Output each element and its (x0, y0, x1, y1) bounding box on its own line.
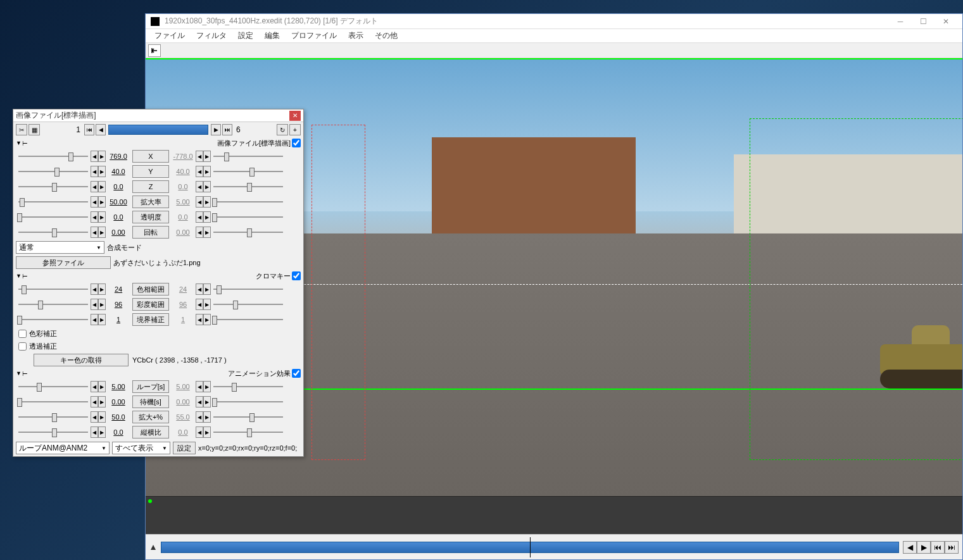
next-frame-button[interactable]: ▶ (917, 541, 931, 554)
slider-z-left[interactable] (16, 181, 91, 192)
spin-right-inc-z[interactable]: ▶ (203, 181, 211, 192)
key-color-button[interactable]: キー色の取得 (34, 354, 129, 366)
spin-right-inc-loop[interactable]: ▶ (203, 381, 211, 392)
value-left-scale[interactable]: 50.00 (106, 198, 131, 206)
spin-left-dec-sat[interactable]: ◀ (91, 299, 98, 310)
spin-left-dec-loop[interactable]: ◀ (91, 381, 98, 392)
param-label-x[interactable]: X (132, 150, 169, 163)
keyframe-icon[interactable]: ⊢ (22, 140, 28, 147)
collapse-toggle-chroma[interactable]: ▼ (16, 273, 22, 279)
spin-right-dec-hue[interactable]: ◀ (196, 283, 203, 295)
spin-left-inc-wait[interactable]: ▶ (98, 396, 106, 408)
maximize-button[interactable]: ☐ (912, 15, 935, 28)
spin-left-inc-alpha[interactable]: ▶ (98, 211, 106, 223)
frame-end-value[interactable]: 6 (234, 125, 249, 134)
value-left-z[interactable]: 0.0 (106, 183, 131, 190)
blend-mode-combo[interactable]: 通常 ▼ (16, 241, 104, 254)
param-label-aspect[interactable]: 縦横比 (132, 426, 169, 439)
value-right-rot[interactable]: 0.00 (170, 228, 196, 236)
prev-frame-button[interactable]: ◀ (903, 541, 917, 554)
color-correct-checkbox[interactable] (18, 330, 27, 338)
slider-z-right[interactable] (211, 181, 286, 192)
spin-right-inc-growp[interactable]: ▶ (203, 411, 211, 423)
trans-correct-checkbox[interactable] (18, 342, 27, 351)
spin-right-dec-scale[interactable]: ◀ (196, 196, 203, 208)
keyframe-icon[interactable]: ⊢ (22, 273, 28, 280)
slider-scale-left[interactable] (16, 196, 91, 208)
value-right-z[interactable]: 0.0 (170, 183, 196, 190)
slider-growp-left[interactable] (16, 411, 91, 423)
spin-right-inc-rot[interactable]: ▶ (203, 227, 211, 238)
spin-left-inc-sat[interactable]: ▶ (98, 299, 106, 310)
value-left-hue[interactable]: 24 (106, 285, 131, 293)
spin-left-inc-aspect[interactable]: ▶ (98, 426, 106, 438)
spin-right-inc-sat[interactable]: ▶ (203, 299, 211, 310)
value-right-edge[interactable]: 1 (170, 316, 196, 323)
value-left-growp[interactable]: 50.0 (106, 413, 131, 421)
param-label-rot[interactable]: 回転 (132, 226, 169, 239)
spin-right-dec-z[interactable]: ◀ (196, 181, 203, 192)
section-anim-checkbox[interactable] (292, 369, 301, 378)
slider-x-left[interactable] (16, 151, 91, 162)
menu-view[interactable]: 表示 (343, 29, 368, 42)
slider-alpha-right[interactable] (211, 211, 286, 223)
slider-scale-right[interactable] (211, 196, 286, 208)
slider-growp-right[interactable] (211, 411, 286, 423)
param-label-wait[interactable]: 待機[s] (132, 395, 169, 408)
param-label-growp[interactable]: 拡大+% (132, 411, 169, 423)
slider-hue-right[interactable] (211, 283, 286, 295)
goto-start-button[interactable]: ⏮ (931, 541, 945, 554)
menu-edit[interactable]: 編集 (260, 29, 285, 42)
value-right-scale[interactable]: 5.00 (170, 198, 196, 206)
value-left-aspect[interactable]: 0.0 (106, 428, 131, 436)
param-label-scale[interactable]: 拡大率 (132, 196, 169, 208)
spin-left-inc-z[interactable]: ▶ (98, 181, 106, 192)
value-right-y[interactable]: 40.0 (170, 168, 196, 175)
cut-icon[interactable]: ✂ (16, 124, 27, 135)
value-left-alpha[interactable]: 0.0 (106, 213, 131, 221)
section-chroma-checkbox[interactable] (292, 271, 301, 280)
spin-left-inc-growp[interactable]: ▶ (98, 411, 106, 423)
spin-left-inc-edge[interactable]: ▶ (98, 314, 106, 325)
ref-file-button[interactable]: 参照ファイル (16, 256, 111, 269)
slider-sat-left[interactable] (16, 299, 91, 310)
spin-left-dec-x[interactable]: ◀ (91, 151, 98, 162)
add-icon[interactable]: + (289, 124, 301, 135)
spin-right-dec-rot[interactable]: ◀ (196, 227, 203, 238)
spin-left-dec-alpha[interactable]: ◀ (91, 211, 98, 223)
spin-right-inc-scale[interactable]: ▶ (203, 196, 211, 208)
value-left-rot[interactable]: 0.00 (106, 228, 131, 236)
collapse-toggle-standard[interactable]: ▼ (16, 140, 22, 146)
slider-wait-left[interactable] (16, 396, 91, 408)
spin-right-dec-alpha[interactable]: ◀ (196, 211, 203, 223)
value-right-loop[interactable]: 5.00 (170, 383, 196, 390)
slider-edge-left[interactable] (16, 314, 91, 325)
timeline-track[interactable] (161, 542, 899, 553)
value-right-sat[interactable]: 96 (170, 301, 196, 308)
spin-left-inc-y[interactable]: ▶ (98, 166, 106, 177)
slider-loop-left[interactable] (16, 381, 91, 392)
param-label-z[interactable]: Z (132, 180, 169, 193)
value-left-sat[interactable]: 96 (106, 301, 131, 308)
back-arrow-button[interactable] (148, 44, 161, 57)
spin-left-dec-scale[interactable]: ◀ (91, 196, 98, 208)
param-label-alpha[interactable]: 透明度 (132, 211, 169, 223)
param-label-loop[interactable]: ループ[s] (132, 380, 169, 393)
spin-left-inc-loop[interactable]: ▶ (98, 381, 106, 392)
spin-left-dec-z[interactable]: ◀ (91, 181, 98, 192)
spin-right-dec-growp[interactable]: ◀ (196, 411, 203, 423)
value-right-wait[interactable]: 0.00 (170, 398, 196, 406)
spin-right-dec-edge[interactable]: ◀ (196, 314, 203, 325)
slider-aspect-right[interactable] (211, 426, 286, 438)
spin-left-dec-growp[interactable]: ◀ (91, 411, 98, 423)
spin-left-dec-rot[interactable]: ◀ (91, 227, 98, 238)
menu-filter[interactable]: フィルタ (191, 29, 232, 42)
image-icon[interactable]: ▦ (28, 124, 40, 135)
slider-wait-right[interactable] (211, 396, 286, 408)
frame-last-button[interactable]: ⏭ (222, 124, 232, 135)
spin-right-inc-wait[interactable]: ▶ (203, 396, 211, 408)
frame-start-value[interactable]: 1 (68, 125, 83, 134)
spin-right-dec-aspect[interactable]: ◀ (196, 426, 203, 438)
spin-right-inc-x[interactable]: ▶ (203, 151, 211, 162)
value-left-y[interactable]: 40.0 (106, 168, 131, 175)
